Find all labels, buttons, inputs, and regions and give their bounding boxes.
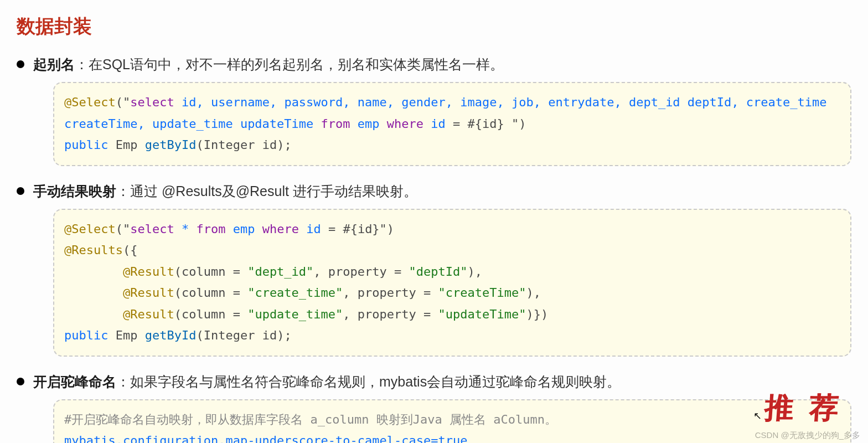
item-desc-3: ：如果字段名与属性名符合驼峰命名规则，mybatis会自动通过驼峰命名规则映射。 xyxy=(116,374,621,389)
item-text-1: 起别名：在SQL语句中，对不一样的列名起别名，别名和实体类属性名一样。 xyxy=(33,55,504,74)
code-block-3: #开启驼峰命名自动映射，即从数据库字段名 a_column 映射到Java 属性… xyxy=(53,399,851,444)
bullet-icon xyxy=(17,60,24,68)
item-desc-1: ：在SQL语句中，对不一样的列名起别名，别名和实体类属性名一样。 xyxy=(75,56,504,72)
code-block-1: @Select("select id, username, password, … xyxy=(53,82,851,166)
item-label-1: 起别名 xyxy=(33,56,75,72)
bullet-item-1: 起别名：在SQL语句中，对不一样的列名起别名，别名和实体类属性名一样。 xyxy=(17,55,851,74)
bullet-item-2: 手动结果映射：通过 @Results及@Result 进行手动结果映射。 xyxy=(17,182,851,201)
item-text-3: 开启驼峰命名：如果字段名与属性名符合驼峰命名规则，mybatis会自动通过驼峰命… xyxy=(33,372,621,392)
item-label-2: 手动结果映射 xyxy=(33,183,116,199)
code-block-2: @Select("select * from emp where id = #{… xyxy=(53,209,851,357)
bullet-icon xyxy=(17,187,24,195)
annotation-select: @Select xyxy=(64,95,116,109)
section-title: 数据封装 xyxy=(17,14,851,39)
bullet-item-3: 开启驼峰命名：如果字段名与属性名符合驼峰命名规则，mybatis会自动通过驼峰命… xyxy=(17,372,851,392)
bullet-icon xyxy=(17,378,24,385)
item-text-2: 手动结果映射：通过 @Results及@Result 进行手动结果映射。 xyxy=(33,182,417,201)
code-comment: #开启驼峰命名自动映射，即从数据库字段名 a_column 映射到Java 属性… xyxy=(64,413,557,426)
item-label-3: 开启驼峰命名 xyxy=(33,374,116,389)
item-desc-2: ：通过 @Results及@Result 进行手动结果映射。 xyxy=(116,183,417,199)
